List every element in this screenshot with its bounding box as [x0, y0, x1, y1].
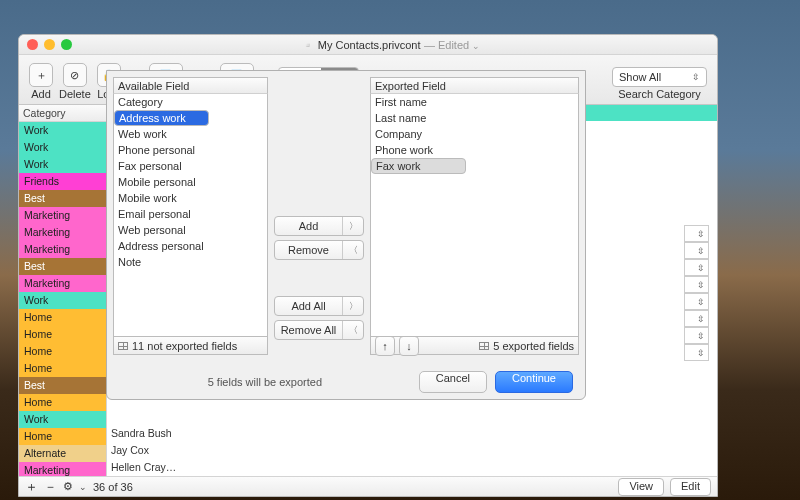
add-row-button[interactable]: ＋: [25, 478, 38, 496]
available-field-item[interactable]: Web work: [114, 126, 267, 142]
available-field-item[interactable]: Note: [114, 254, 267, 270]
sidebar-tag[interactable]: Home: [19, 394, 106, 411]
doc-icon: ▫️: [301, 39, 315, 51]
available-field-item[interactable]: Address work: [114, 110, 209, 126]
available-field-item[interactable]: Email personal: [114, 206, 267, 222]
move-up-button[interactable]: ↑: [375, 336, 395, 356]
field-dropdown[interactable]: ⇳: [684, 276, 709, 293]
available-field-item[interactable]: Address personal: [114, 238, 267, 254]
field-dropdown[interactable]: ⇳: [684, 259, 709, 276]
continue-button[interactable]: Continue: [495, 371, 573, 393]
sidebar-header: Category: [19, 105, 106, 122]
contact-name[interactable]: Hellen Cray…: [107, 459, 227, 476]
available-footer: 11 not exported fields: [113, 337, 268, 355]
edit-button[interactable]: Edit: [670, 478, 711, 496]
add-button[interactable]: ＋: [29, 63, 53, 87]
field-dropdown[interactable]: ⇳: [684, 344, 709, 361]
statusbar: ＋ － ⚙︎ ⌄ 36 of 36 View Edit: [19, 476, 717, 496]
move-down-button[interactable]: ↓: [399, 336, 419, 356]
sidebar-tag[interactable]: Marketing: [19, 241, 106, 258]
sidebar-tag[interactable]: Best: [19, 258, 106, 275]
sidebar: Category WorkWorkWorkFriendsBestMarketin…: [19, 105, 107, 476]
sidebar-tag[interactable]: Marketing: [19, 207, 106, 224]
title-chevron-down-icon[interactable]: ⌄: [472, 41, 480, 51]
sidebar-tag[interactable]: Alternate: [19, 445, 106, 462]
sidebar-tag[interactable]: Work: [19, 122, 106, 139]
available-field-item[interactable]: Mobile personal: [114, 174, 267, 190]
sidebar-tag[interactable]: Work: [19, 156, 106, 173]
window-title: ▫️ My Contacts.privcont — Edited ⌄: [72, 38, 709, 52]
minimize-traffic-light[interactable]: [44, 39, 55, 50]
exported-fields-list[interactable]: First nameLast nameCompanyPhone workFax …: [370, 94, 579, 337]
category-tags-list[interactable]: WorkWorkWorkFriendsBestMarketingMarketin…: [19, 122, 106, 476]
sidebar-tag[interactable]: Home: [19, 326, 106, 343]
gear-menu-chevron[interactable]: ⌄: [79, 482, 87, 492]
available-field-item[interactable]: Fax personal: [114, 158, 267, 174]
grid-icon: [479, 342, 489, 350]
available-field-item[interactable]: Category: [114, 94, 267, 110]
traffic-lights: [27, 39, 72, 50]
exported-field-item[interactable]: Last name: [371, 110, 578, 126]
sidebar-tag[interactable]: Home: [19, 309, 106, 326]
titlebar: ▫️ My Contacts.privcont — Edited ⌄: [19, 35, 717, 55]
zoom-traffic-light[interactable]: [61, 39, 72, 50]
available-field-item[interactable]: Web personal: [114, 222, 267, 238]
sidebar-tag[interactable]: Work: [19, 139, 106, 156]
sidebar-tag[interactable]: Marketing: [19, 462, 106, 476]
field-dropdown[interactable]: ⇳: [684, 293, 709, 310]
remove-all-button[interactable]: Remove All〈: [274, 320, 364, 340]
sidebar-tag[interactable]: Home: [19, 343, 106, 360]
chevron-updown-icon: ⇳: [692, 72, 700, 82]
contact-name[interactable]: Sandra Bush: [107, 425, 227, 442]
exported-field-item[interactable]: Fax work: [371, 158, 466, 174]
exported-header: Exported Field: [370, 77, 579, 94]
export-status: 5 fields will be exported: [119, 376, 411, 388]
sidebar-tag[interactable]: Work: [19, 292, 106, 309]
available-header: Available Field: [113, 77, 268, 94]
close-traffic-light[interactable]: [27, 39, 38, 50]
field-dropdown[interactable]: ⇳: [684, 310, 709, 327]
remove-field-button[interactable]: Remove〈: [274, 240, 364, 260]
sidebar-tag[interactable]: Best: [19, 377, 106, 394]
cancel-button[interactable]: Cancel: [419, 371, 487, 393]
delete-button[interactable]: ⊘: [63, 63, 87, 87]
sidebar-tag[interactable]: Marketing: [19, 275, 106, 292]
remove-row-button[interactable]: －: [44, 478, 57, 496]
record-count: 36 of 36: [93, 481, 133, 493]
add-field-button[interactable]: Add〉: [274, 216, 364, 236]
exported-footer: ↑ ↓ 5 exported fields: [370, 337, 579, 355]
sidebar-tag[interactable]: Home: [19, 428, 106, 445]
exported-field-item[interactable]: Company: [371, 126, 578, 142]
view-button[interactable]: View: [618, 478, 664, 496]
available-field-item[interactable]: Phone personal: [114, 142, 267, 158]
field-dropdown[interactable]: ⇳: [684, 327, 709, 344]
contact-name[interactable]: Jay Cox: [107, 442, 227, 459]
available-field-item[interactable]: Mobile work: [114, 190, 267, 206]
field-dropdown[interactable]: ⇳: [684, 242, 709, 259]
names-column[interactable]: Sandra BushJay CoxHellen Cray…Rita Rossi: [107, 425, 227, 476]
category-filter-select[interactable]: Show All ⇳: [612, 67, 707, 87]
sidebar-tag[interactable]: Marketing: [19, 224, 106, 241]
available-fields-list[interactable]: CategoryAddress workWeb workPhone person…: [113, 94, 268, 337]
sidebar-tag[interactable]: Best: [19, 190, 106, 207]
exported-field-item[interactable]: First name: [371, 94, 578, 110]
exported-field-item[interactable]: Phone work: [371, 142, 578, 158]
export-fields-dialog: Available Field CategoryAddress workWeb …: [106, 70, 586, 400]
field-dropdown[interactable]: ⇳: [684, 225, 709, 242]
gear-icon[interactable]: ⚙︎: [63, 480, 73, 493]
grid-icon: [118, 342, 128, 350]
field-dropdown-column: ⇳ ⇳ ⇳ ⇳ ⇳ ⇳ ⇳ ⇳: [684, 225, 709, 361]
add-all-button[interactable]: Add All〉: [274, 296, 364, 316]
sidebar-tag[interactable]: Home: [19, 360, 106, 377]
sidebar-tag[interactable]: Work: [19, 411, 106, 428]
sidebar-tag[interactable]: Friends: [19, 173, 106, 190]
